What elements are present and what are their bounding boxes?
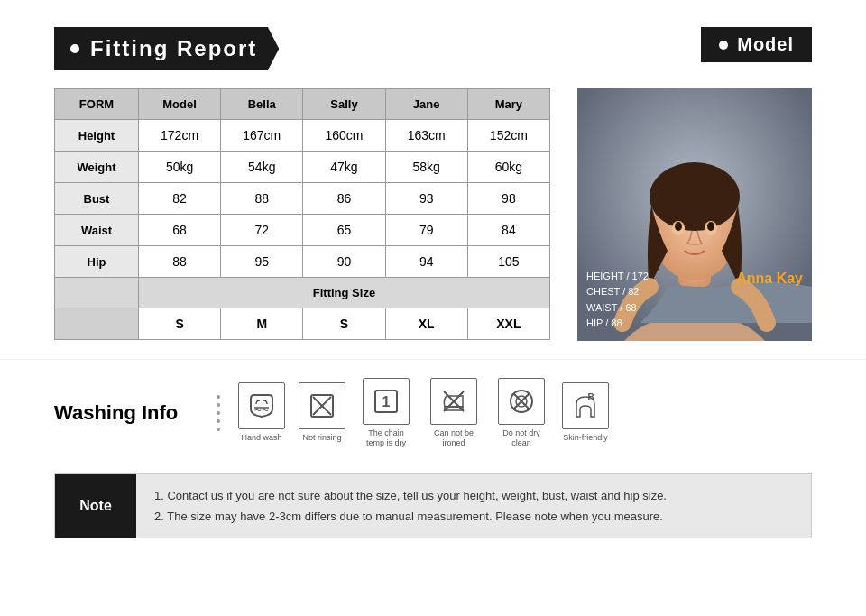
nodryclean-label: Do not dry clean: [494, 428, 548, 448]
size-row: S M S XL XXL: [55, 308, 550, 340]
cell-bust-jane: 93: [385, 183, 467, 215]
model-badge: Model: [701, 27, 812, 62]
model-badge-dot: [719, 41, 728, 50]
fitting-report-title: Fitting Report: [90, 36, 257, 61]
wash-icon-temp: 1 The chain temp is dry: [359, 378, 413, 448]
row-label-weight: Weight: [55, 152, 139, 183]
table-row: Waist 68 72 65 79 84: [55, 215, 550, 246]
row-label-height: Height: [55, 120, 139, 152]
wash-icon-handwash: 〜〜 Hand wash: [238, 382, 285, 443]
svg-point-8: [707, 222, 714, 231]
cell-height-bella: 167cm: [221, 120, 303, 152]
cell-waist-mary: 84: [467, 215, 549, 246]
washing-title: Washing Info: [54, 401, 198, 425]
temp-icon-box: 1: [363, 378, 410, 425]
divider-dot-2: [216, 403, 220, 407]
cell-height-sally: 160cm: [303, 120, 385, 152]
cell-bust-mary: 98: [467, 183, 549, 215]
model-section: HEIGHT / 172 CHEST / 82 WAIST / 68 HIP /…: [577, 88, 812, 341]
noironing-icon: [439, 387, 468, 416]
cell-hip-bella: 95: [221, 246, 303, 278]
skinfriendly-icon: B: [571, 391, 600, 420]
cell-waist-model: 68: [138, 215, 220, 246]
table-row: Hip 88 95 90 94 105: [55, 246, 550, 278]
skinfriendly-label: Skin-friendly: [563, 433, 608, 443]
norinsing-icon-box: [299, 382, 345, 429]
note-line-2: 2. The size may have 2-3cm differs due t…: [154, 506, 667, 527]
handwash-label: Hand wash: [241, 433, 281, 443]
wash-icon-noironing: Can not be ironed: [427, 378, 481, 448]
cell-size-s2: S: [303, 308, 385, 340]
col-form: FORM: [55, 89, 139, 120]
divider-dot-5: [216, 428, 220, 431]
wash-icon-norinsing: Not rinsing: [299, 382, 345, 443]
cell-fitting-empty: [55, 278, 139, 308]
row-label-bust: Bust: [55, 183, 139, 215]
fitting-size-label: Fitting Size: [138, 278, 549, 308]
cell-hip-sally: 90: [303, 246, 385, 278]
cell-weight-mary: 60kg: [467, 152, 549, 183]
temp-icon: 1: [372, 387, 401, 416]
cell-weight-jane: 58kg: [385, 152, 467, 183]
cell-bust-model: 82: [138, 183, 220, 215]
table-row: Bust 82 88 86 93 98: [55, 183, 550, 215]
row-label-waist: Waist: [55, 215, 139, 246]
handwash-icon-box: 〜〜: [238, 382, 285, 429]
cell-size-s1: S: [138, 308, 220, 340]
cell-waist-sally: 65: [303, 215, 385, 246]
note-line-1: 1. Contact us if you are not sure about …: [154, 485, 667, 506]
cell-weight-model: 50kg: [138, 152, 220, 183]
cell-waist-jane: 79: [385, 215, 467, 246]
note-content: 1. Contact us if you are not sure about …: [136, 474, 685, 538]
cell-hip-model: 88: [138, 246, 220, 278]
model-info-overlay: HEIGHT / 172 CHEST / 82 WAIST / 68 HIP /…: [586, 269, 649, 332]
model-height: HEIGHT / 172: [586, 269, 649, 285]
note-section: Note 1. Contact us if you are not sure a…: [54, 473, 812, 539]
cell-height-jane: 163cm: [385, 120, 467, 152]
noironing-label: Can not be ironed: [427, 428, 481, 448]
cell-size-xxl: XXL: [467, 308, 549, 340]
model-waist: WAIST / 68: [586, 300, 649, 317]
model-chest: CHEST / 82: [586, 284, 649, 300]
col-mary: Mary: [467, 89, 549, 120]
table-section: FORM Model Bella Sally Jane Mary Height …: [54, 88, 550, 341]
fitting-size-header-row: Fitting Size: [55, 278, 550, 308]
nodryclean-icon: [507, 387, 536, 416]
handwash-icon: 〜〜: [247, 391, 276, 420]
table-header-row: FORM Model Bella Sally Jane Mary: [55, 89, 550, 120]
norinsing-icon: [308, 391, 336, 420]
col-model: Model: [138, 89, 220, 120]
svg-text:1: 1: [382, 394, 391, 409]
model-photo-container: HEIGHT / 172 CHEST / 82 WAIST / 68 HIP /…: [577, 88, 812, 341]
model-name-overlay: Anna Kay: [736, 271, 803, 287]
noironing-icon-box: [430, 378, 477, 425]
cell-height-mary: 152cm: [467, 120, 549, 152]
col-sally: Sally: [303, 89, 385, 120]
cell-hip-jane: 94: [385, 246, 467, 278]
model-hip: HIP / 88: [586, 316, 649, 332]
note-label: Note: [55, 474, 136, 538]
table-row: Weight 50kg 54kg 47kg 58kg 60kg: [55, 152, 550, 183]
divider-dot-1: [216, 395, 220, 399]
row-label-hip: Hip: [55, 246, 139, 278]
washing-section: Washing Info 〜〜 Hand wash: [0, 359, 866, 466]
badge-dot: [70, 44, 79, 53]
col-bella: Bella: [221, 89, 303, 120]
svg-text:B: B: [587, 392, 594, 402]
cell-size-empty: [55, 308, 139, 340]
cell-height-model: 172cm: [138, 120, 220, 152]
cell-bust-bella: 88: [221, 183, 303, 215]
washing-icons: 〜〜 Hand wash Not rinsing 1: [238, 378, 609, 448]
table-row: Height 172cm 167cm 160cm 163cm 152cm: [55, 120, 550, 152]
wash-icon-skinfriendly: B Skin-friendly: [562, 382, 609, 443]
norinsing-label: Not rinsing: [302, 433, 341, 443]
skinfriendly-icon-box: B: [562, 382, 609, 429]
divider-dot-4: [216, 419, 220, 423]
cell-bust-sally: 86: [303, 183, 385, 215]
svg-point-4: [650, 162, 740, 231]
washing-divider: [216, 395, 220, 431]
header-row: Fitting Report Model: [0, 0, 866, 79]
svg-point-7: [675, 222, 682, 231]
fitting-table: FORM Model Bella Sally Jane Mary Height …: [54, 88, 550, 340]
svg-text:〜〜: 〜〜: [254, 407, 269, 415]
